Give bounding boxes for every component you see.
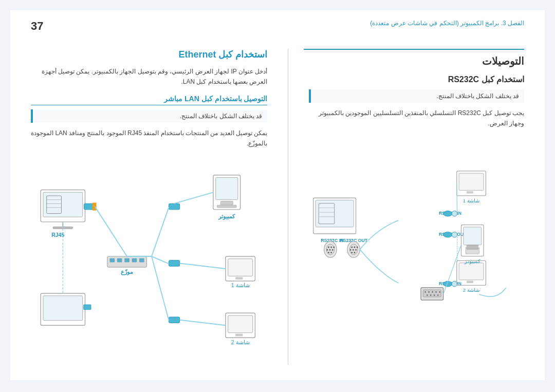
svg-point-100 <box>429 291 430 293</box>
svg-rect-8 <box>109 258 115 262</box>
svg-rect-30 <box>169 203 180 210</box>
svg-line-29 <box>95 207 127 256</box>
ethernet-title: استخدام كبل Ethernet <box>31 49 267 60</box>
svg-rect-20 <box>228 258 253 276</box>
svg-point-69 <box>350 249 351 251</box>
lan-subtitle: التوصيل باستخدام كبل LAN مباشر <box>31 95 267 105</box>
svg-point-104 <box>427 294 428 296</box>
svg-rect-89 <box>467 281 473 283</box>
svg-rect-47 <box>316 200 354 227</box>
svg-point-68 <box>357 247 358 248</box>
svg-rect-98 <box>423 290 441 297</box>
svg-text:موزّع: موزّع <box>121 268 133 275</box>
svg-point-107 <box>437 294 439 296</box>
svg-point-72 <box>351 252 353 253</box>
page: 37 الفصل 3. برامج الكمبيوتر (التحكم في ش… <box>10 10 545 380</box>
svg-rect-94 <box>467 245 478 247</box>
svg-line-109 <box>457 183 457 213</box>
svg-point-66 <box>351 247 353 248</box>
svg-point-57 <box>331 247 332 248</box>
svg-line-37 <box>152 207 169 256</box>
svg-rect-44 <box>84 305 91 310</box>
svg-text:كمبيوتر: كمبيوتر <box>218 213 235 220</box>
svg-point-103 <box>439 291 441 293</box>
rs232c-text: يجب توصيل كبل RS232C التسلسلي بالمنفذين … <box>309 108 524 129</box>
svg-rect-95 <box>467 248 478 249</box>
svg-rect-75 <box>459 173 484 190</box>
svg-line-31 <box>174 192 213 203</box>
rs232c-note: قد يختلف الشكل باختلاف المنتج. <box>309 89 524 103</box>
svg-point-79 <box>443 211 452 216</box>
rs232c-diagram: RS232C IN RS232C OUT <box>309 136 524 331</box>
svg-point-86 <box>452 281 457 286</box>
svg-rect-9 <box>117 258 122 262</box>
svg-text:شاشة 2: شاشة 2 <box>463 287 479 293</box>
svg-point-83 <box>452 232 457 237</box>
svg-line-108 <box>443 245 461 294</box>
svg-point-71 <box>356 249 357 251</box>
svg-point-70 <box>353 249 354 251</box>
svg-rect-25 <box>235 333 243 336</box>
svg-line-39 <box>152 256 169 321</box>
left-section: استخدام كبل Ethernet أدخل عنوان IP لجهاز… <box>31 49 272 365</box>
svg-rect-32 <box>169 260 180 266</box>
svg-point-59 <box>327 249 328 251</box>
svg-rect-28 <box>92 202 97 210</box>
svg-point-61 <box>332 249 334 251</box>
svg-point-56 <box>328 247 329 248</box>
svg-point-106 <box>434 294 435 296</box>
svg-point-105 <box>430 294 432 296</box>
section-divider <box>288 49 288 365</box>
svg-rect-15 <box>216 177 238 199</box>
lan-text: يمكن توصيل العديد من المنتجات باستخدام ا… <box>31 128 267 149</box>
svg-point-73 <box>354 252 356 253</box>
content-area: استخدام كبل Ethernet أدخل عنوان IP لجهاز… <box>31 49 524 365</box>
svg-text:شاشة 1: شاشة 1 <box>463 198 479 203</box>
svg-rect-17 <box>217 205 236 208</box>
svg-point-99 <box>425 291 427 293</box>
svg-text:شاشة 1: شاشة 1 <box>231 282 250 288</box>
svg-point-67 <box>354 247 356 248</box>
svg-rect-92 <box>464 227 482 245</box>
svg-rect-43 <box>43 295 83 320</box>
connections-title: التوصيلات <box>309 55 524 67</box>
svg-point-102 <box>436 291 437 293</box>
svg-line-33 <box>180 263 226 269</box>
svg-rect-24 <box>228 315 253 333</box>
page-number: 37 <box>31 20 43 33</box>
right-section: التوصيلات استخدام كبل RS232C قد يختلف ال… <box>304 49 524 365</box>
svg-rect-76 <box>467 191 473 193</box>
svg-point-101 <box>432 291 434 293</box>
lan-note: قد يختلف الشكل باختلاف المنتج. <box>31 109 267 123</box>
svg-rect-21 <box>235 277 243 279</box>
svg-text:كمبيوتر: كمبيوتر <box>464 258 480 264</box>
svg-point-63 <box>331 252 332 253</box>
ethernet-text: أدخل عنوان IP لجهاز العرض الرئيسي، وقم ب… <box>31 66 267 87</box>
svg-point-80 <box>452 211 457 216</box>
svg-line-35 <box>180 320 226 325</box>
svg-rect-12 <box>139 258 144 262</box>
svg-point-62 <box>328 252 329 253</box>
rs232c-title: استخدام كبل RS232C <box>309 74 524 84</box>
svg-rect-10 <box>124 258 130 262</box>
svg-point-82 <box>443 232 452 237</box>
page-header: الفصل 3. برامج الكمبيوتر (التحكم في شاشا… <box>370 20 524 27</box>
svg-rect-88 <box>459 263 484 279</box>
ethernet-diagram: RJ45 موزّع كمبيوتر <box>31 156 267 357</box>
svg-rect-11 <box>132 258 137 262</box>
svg-rect-34 <box>169 317 180 323</box>
svg-line-38 <box>152 256 169 264</box>
svg-point-60 <box>329 249 331 251</box>
svg-rect-16 <box>220 201 233 205</box>
svg-text:شاشة 2: شاشة 2 <box>231 339 250 345</box>
svg-point-58 <box>334 247 335 248</box>
